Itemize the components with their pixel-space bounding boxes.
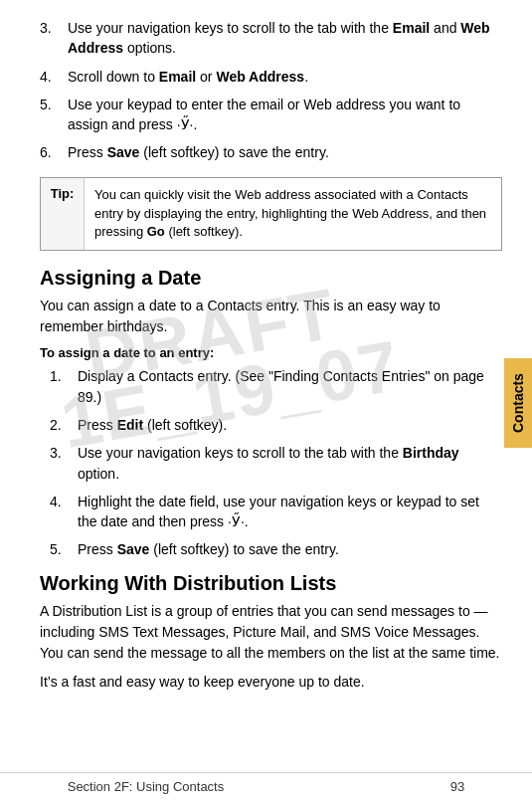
date-step-4-text: Highlight the date field, use your navig…: [78, 492, 502, 532]
item-5-num: 5.: [40, 95, 68, 135]
date-step-5-num: 5.: [50, 539, 78, 559]
item-4-num: 4.: [40, 67, 68, 87]
footer: Section 2F: Using Contacts 93: [0, 772, 532, 794]
item-3-num: 3.: [40, 18, 68, 59]
date-step-5: 5. Press Save (left softkey) to save the…: [50, 539, 502, 559]
list-item-4: 4. Scroll down to Email or Web Address.: [40, 67, 502, 87]
assigning-date-steps: 1. Display a Contacts entry. (See "Findi…: [40, 366, 502, 559]
item-6-text: Press Save (left softkey) to save the en…: [68, 142, 502, 162]
distribution-lists-heading: Working With Distribution Lists: [40, 572, 502, 595]
date-step-4-num: 4.: [50, 492, 78, 532]
item-6-num: 6.: [40, 142, 68, 162]
item-3-text: Use your navigation keys to scroll to th…: [68, 18, 502, 59]
date-step-2: 2. Press Edit (left softkey).: [50, 415, 502, 435]
date-step-3-num: 3.: [50, 443, 78, 484]
footer-page: 93: [450, 779, 464, 794]
distribution-lists-section: Working With Distribution Lists A Distri…: [40, 572, 502, 693]
date-step-3-text: Use your navigation keys to scroll to th…: [78, 443, 502, 484]
footer-section: Section 2F: Using Contacts: [68, 779, 225, 794]
date-step-5-text: Press Save (left softkey) to save the en…: [78, 539, 502, 559]
date-step-3: 3. Use your navigation keys to scroll to…: [50, 443, 502, 484]
date-step-1-num: 1.: [50, 366, 78, 407]
item-5-text: Use your keypad to enter the email or We…: [68, 95, 502, 135]
assigning-date-heading: Assigning a Date: [40, 267, 502, 290]
list-item-6: 6. Press Save (left softkey) to save the…: [40, 142, 502, 162]
tip-label: Tip:: [41, 178, 85, 251]
item-4-text: Scroll down to Email or Web Address.: [68, 67, 502, 87]
date-step-4: 4. Highlight the date field, use your na…: [50, 492, 502, 532]
list-item-5: 5. Use your keypad to enter the email or…: [40, 95, 502, 135]
date-step-1-text: Display a Contacts entry. (See "Finding …: [78, 366, 502, 407]
tip-content: You can quickly visit the Web address as…: [85, 178, 501, 251]
numbered-list-top: 3. Use your navigation keys to scroll to…: [40, 18, 502, 163]
tip-box: Tip: You can quickly visit the Web addre…: [40, 177, 502, 252]
date-step-1: 1. Display a Contacts entry. (See "Findi…: [50, 366, 502, 407]
date-step-2-num: 2.: [50, 415, 78, 435]
assigning-date-sublabel: To assign a date to an entry:: [40, 345, 502, 360]
side-tab-contacts: Contacts: [504, 358, 532, 448]
distribution-lists-para2: It’s a fast and easy way to keep everyon…: [40, 672, 502, 693]
assigning-date-section: Assigning a Date You can assign a date t…: [40, 267, 502, 559]
date-step-2-text: Press Edit (left softkey).: [78, 415, 502, 435]
assigning-date-intro: You can assign a date to a Contacts entr…: [40, 296, 502, 337]
distribution-lists-para1: A Distribution List is a group of entrie…: [40, 601, 502, 664]
list-item-3: 3. Use your navigation keys to scroll to…: [40, 18, 502, 59]
